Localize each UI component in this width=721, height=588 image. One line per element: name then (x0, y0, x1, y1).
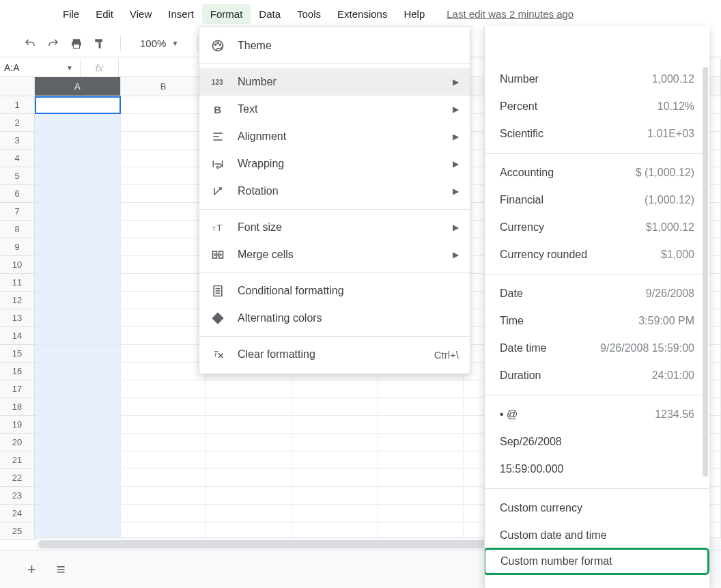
cell[interactable] (206, 434, 292, 451)
row-header[interactable]: 18 (0, 398, 35, 416)
cell[interactable] (121, 487, 207, 505)
cell[interactable] (121, 150, 207, 167)
menu-data[interactable]: Data (251, 4, 289, 24)
cell[interactable] (35, 487, 121, 505)
cell[interactable] (35, 256, 121, 274)
row-header[interactable]: 17 (0, 380, 35, 398)
cell[interactable] (121, 274, 207, 292)
row-header[interactable]: 16 (0, 363, 35, 380)
menu-item-text[interactable]: BText▶ (199, 96, 470, 123)
cell[interactable] (35, 363, 121, 380)
number-format-15-59-00-000[interactable]: 15:59:00.000 (485, 456, 709, 483)
name-box[interactable]: A:A ▼ (0, 59, 81, 76)
row-header[interactable]: 8 (0, 221, 35, 238)
cell[interactable] (121, 132, 207, 150)
row-header[interactable]: 19 (0, 416, 35, 434)
cell[interactable] (35, 380, 121, 398)
column-header[interactable]: A (35, 77, 121, 96)
number-format-scientific[interactable]: Scientific1.01E+03 (485, 120, 709, 148)
menu-item-theme[interactable]: Theme (199, 32, 470, 59)
cell[interactable] (121, 416, 207, 434)
cell[interactable] (35, 132, 121, 150)
cell[interactable] (35, 469, 121, 487)
row-header[interactable]: 11 (0, 274, 35, 292)
menu-help[interactable]: Help (395, 4, 433, 24)
number-format-duration[interactable]: Duration24:01:00 (485, 362, 709, 389)
cell[interactable] (35, 238, 121, 256)
menu-edit[interactable]: Edit (87, 4, 122, 24)
cell[interactable] (121, 203, 207, 221)
cell[interactable] (206, 487, 292, 505)
row-header[interactable]: 6 (0, 185, 35, 203)
row-header[interactable]: 25 (0, 522, 35, 540)
row-header[interactable]: 12 (0, 292, 35, 309)
number-format-currency-rounded[interactable]: Currency rounded$1,000 (485, 241, 709, 268)
menu-item-clear-formatting[interactable]: TClear formattingCtrl+\ (199, 341, 470, 368)
cell[interactable] (121, 505, 207, 522)
cell[interactable] (378, 451, 464, 469)
row-header[interactable]: 7 (0, 203, 35, 221)
cell[interactable] (121, 238, 207, 256)
menu-view[interactable]: View (122, 4, 160, 24)
cell[interactable] (35, 451, 121, 469)
cell[interactable] (35, 114, 121, 132)
row-header[interactable]: 21 (0, 451, 35, 469)
cell[interactable] (121, 96, 207, 114)
cell[interactable] (121, 469, 207, 487)
cell[interactable] (35, 96, 121, 114)
cell[interactable] (35, 434, 121, 451)
menu-item-wrapping[interactable]: Wrapping▶ (199, 150, 470, 178)
cell[interactable] (206, 416, 292, 434)
cell[interactable] (378, 469, 464, 487)
menu-item-alternating-colors[interactable]: Alternating colors (199, 305, 470, 332)
row-header[interactable]: 10 (0, 256, 35, 274)
cell[interactable] (206, 469, 292, 487)
cell[interactable] (35, 185, 121, 203)
cell[interactable] (35, 274, 121, 292)
cell[interactable] (121, 292, 207, 309)
number-format-financial[interactable]: Financial(1,000.12) (485, 186, 709, 214)
menu-item-merge-cells[interactable]: Merge cells▶ (199, 241, 470, 268)
number-format-accounting[interactable]: Accounting$ (1,000.12) (485, 159, 709, 186)
cell[interactable] (35, 345, 121, 363)
row-header[interactable]: 5 (0, 167, 35, 185)
cell[interactable] (292, 380, 378, 398)
cell[interactable] (292, 505, 378, 522)
cell[interactable] (35, 327, 121, 345)
cell[interactable] (121, 309, 207, 327)
row-header[interactable]: 13 (0, 309, 35, 327)
cell[interactable] (35, 150, 121, 167)
menu-item-number[interactable]: 123Number▶ (199, 68, 470, 96)
cell[interactable] (121, 221, 207, 238)
cell[interactable] (121, 434, 207, 451)
row-header[interactable]: 20 (0, 434, 35, 451)
menu-insert[interactable]: Insert (160, 4, 202, 24)
add-sheet-button[interactable]: + (27, 561, 36, 578)
cell[interactable] (292, 451, 378, 469)
menu-format[interactable]: Format (202, 4, 251, 24)
number-format-currency[interactable]: Currency$1,000.12 (485, 214, 709, 241)
cell[interactable] (206, 505, 292, 522)
menu-extensions[interactable]: Extensions (329, 4, 395, 24)
redo-icon[interactable] (46, 37, 60, 51)
cell[interactable] (35, 416, 121, 434)
cell[interactable] (121, 380, 207, 398)
number-format-percent[interactable]: Percent10.12% (485, 93, 709, 120)
cell[interactable] (121, 167, 207, 185)
cell[interactable] (121, 114, 207, 132)
cell[interactable] (206, 380, 292, 398)
menu-item-alignment[interactable]: Alignment▶ (199, 123, 470, 150)
cell[interactable] (378, 416, 464, 434)
cell[interactable] (121, 327, 207, 345)
row-header[interactable]: 2 (0, 114, 35, 132)
row-header[interactable]: 3 (0, 132, 35, 150)
cell[interactable] (378, 434, 464, 451)
cell[interactable] (206, 451, 292, 469)
select-all-corner[interactable] (0, 77, 35, 96)
row-header[interactable]: 23 (0, 487, 35, 505)
cell[interactable] (292, 487, 378, 505)
row-header[interactable]: 4 (0, 150, 35, 167)
submenu-scrollbar[interactable] (701, 26, 708, 588)
undo-icon[interactable] (23, 37, 37, 51)
menu-file[interactable]: File (55, 4, 87, 24)
